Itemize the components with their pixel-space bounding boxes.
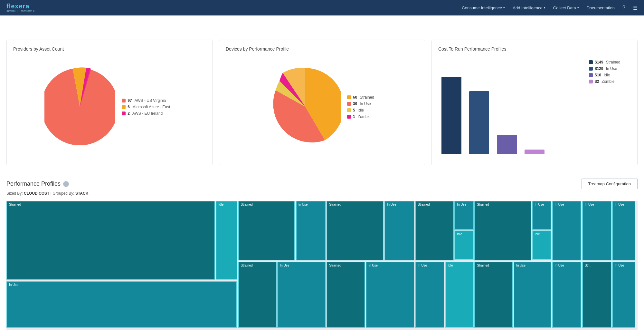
legend-item-zombie: 1 Zombie (347, 114, 374, 119)
legend-item-cost-inuse: $129 In Use (589, 66, 631, 71)
devices-legend: 60 Strained 39 In Use 5 Idle (347, 95, 374, 119)
treemap-cell[interactable]: Idle (216, 201, 237, 280)
legend-item-cost-strained: $149 Strained (589, 60, 631, 64)
treemap-cell-label: In Use (457, 203, 466, 206)
treemap-cell[interactable]: In Use (6, 281, 237, 328)
treemap-cell[interactable]: Strained (6, 201, 215, 280)
treemap-cell[interactable]: Strained (238, 201, 295, 260)
legend-color-dot (122, 99, 126, 102)
treemap-cell-label: In Use (615, 264, 624, 267)
treemap: StrainedIdleIn UseStrainedIn UseStrained… (6, 201, 638, 330)
treemap-cell-label: Str... (585, 264, 592, 267)
treemap-cell[interactable]: In Use (582, 201, 611, 260)
treemap-cell[interactable]: In Use (532, 201, 551, 230)
nav-consume-intelligence[interactable]: Consume Intelligence ▾ (462, 5, 505, 10)
navbar: flexera Inform IT. Transform IT. Consume… (0, 0, 644, 15)
brand-logo: flexera Inform IT. Transform IT. (6, 3, 36, 13)
treemap-cell[interactable]: In Use (296, 201, 326, 260)
treemap-cell[interactable]: In Use (514, 262, 551, 328)
cost-chart-title: Cost To Run Performance Profiles (438, 46, 631, 52)
treemap-cell-label: Idle (448, 264, 453, 267)
legend-color-dot (589, 60, 593, 64)
nav-collect-data[interactable]: Collect Data ▾ (553, 5, 579, 10)
treemap-cell-label: In Use (387, 203, 396, 206)
treemap-cell[interactable]: In Use (612, 262, 635, 328)
bar-rect (497, 135, 517, 154)
treemap-cell[interactable]: Strained (415, 201, 454, 260)
bar-rect (525, 150, 545, 154)
brand-name: flexera (6, 3, 36, 9)
treemap-cell-label: Strained (241, 264, 253, 267)
treemap-cell-label: In Use (280, 264, 289, 267)
treemap-cell-label: Strained (9, 203, 21, 206)
treemap-cell[interactable]: Idle (454, 230, 474, 260)
performance-profiles-section: Performance Profiles i Treemap Configura… (0, 172, 644, 330)
treemap-cell[interactable]: In Use (552, 262, 582, 328)
legend-color-dot (122, 105, 126, 109)
perf-section-title: Performance Profiles i (6, 180, 69, 187)
nav-documentation[interactable]: Documentation (587, 5, 615, 10)
legend-item-inuse: 39 In Use (347, 102, 374, 106)
treemap-cell[interactable]: In Use (366, 262, 414, 328)
treemap-cell[interactable]: In Use (454, 201, 474, 230)
treemap-cell[interactable]: Idle (445, 262, 473, 328)
chevron-down-icon: ▾ (503, 6, 505, 9)
treemap-cell-label: Idle (218, 203, 223, 206)
legend-color-dot (347, 102, 351, 106)
treemap-cell-label: Strained (477, 203, 489, 206)
treemap-config-button[interactable]: Treemap Configuration (582, 179, 638, 189)
perf-subtitle: Sized By: CLOUD COST | Grouped By: STACK (6, 191, 638, 196)
bar-zombie (525, 150, 545, 154)
cost-bar-chart (438, 57, 582, 157)
legend-color-dot (589, 67, 593, 71)
treemap-cell[interactable]: Idle (532, 230, 551, 260)
chevron-down-icon: ▾ (577, 6, 579, 9)
grouped-by-label: Grouped By: (52, 191, 74, 196)
treemap-cell[interactable]: In Use (552, 201, 582, 260)
legend-item-azure: 6 Microsoft Azure - East ... (122, 105, 174, 109)
info-icon[interactable]: i (63, 181, 69, 187)
treemap-cell[interactable]: Str... (582, 262, 611, 328)
treemap-cell[interactable]: In Use (612, 201, 635, 260)
providers-chart-title: Providers by Asset Count (13, 46, 206, 52)
bar-strained (441, 77, 461, 154)
treemap-cell-label: In Use (9, 283, 18, 287)
treemap-cell-label: Idle (535, 232, 540, 236)
treemap-cell-label: In Use (418, 264, 427, 267)
devices-chart: Devices by Performance Profile (219, 40, 425, 165)
perf-header: Performance Profiles i Treemap Configura… (6, 179, 638, 189)
treemap-cell-label: Idle (457, 232, 462, 236)
treemap-cell-label: Strained (418, 203, 430, 206)
legend-item-aws-ireland: 2 AWS - EU Ireland (122, 111, 174, 116)
treemap-cell[interactable]: Strained (327, 262, 365, 328)
legend-item-cost-zombie: $2 Zombie (589, 79, 631, 84)
devices-pie-chart (270, 62, 341, 153)
help-icon[interactable]: ? (622, 5, 625, 11)
legend-item-aws-va: 97 AWS - US Virginia (122, 98, 174, 103)
nav-add-intelligence[interactable]: Add Intelligence ▾ (513, 5, 545, 10)
sized-by-label: Sized By: (6, 191, 23, 196)
treemap-cell-label: In Use (535, 203, 544, 206)
bar-rect (441, 77, 461, 154)
treemap-cell[interactable]: Strained (238, 262, 277, 328)
treemap-cell[interactable]: Strained (474, 201, 531, 260)
treemap-cell-label: In Use (585, 203, 594, 206)
treemap-cell-label: In Use (516, 264, 526, 267)
treemap-cell[interactable]: In Use (415, 262, 444, 328)
treemap-cell[interactable]: Strained (327, 201, 384, 260)
treemap-cell[interactable]: Strained (474, 262, 513, 328)
legend-item-strained: 60 Strained (347, 95, 374, 100)
bar-rect (469, 91, 489, 154)
menu-icon[interactable]: ☰ (633, 5, 638, 11)
treemap-cell-label: Strained (329, 203, 341, 206)
treemap-cell[interactable]: In Use (384, 201, 414, 260)
legend-item-idle: 5 Idle (347, 108, 374, 112)
navbar-right: Consume Intelligence ▾ Add Intelligence … (462, 5, 638, 11)
providers-legend: 97 AWS - US Virginia 6 Microsoft Azure -… (122, 98, 174, 116)
legend-color-dot (347, 115, 351, 119)
treemap-cell[interactable]: In Use (277, 262, 326, 328)
bar-inuse (469, 91, 489, 154)
bar-idle (497, 135, 517, 154)
sized-by-value: CLOUD COST (24, 191, 49, 196)
legend-color-dot (347, 108, 351, 112)
